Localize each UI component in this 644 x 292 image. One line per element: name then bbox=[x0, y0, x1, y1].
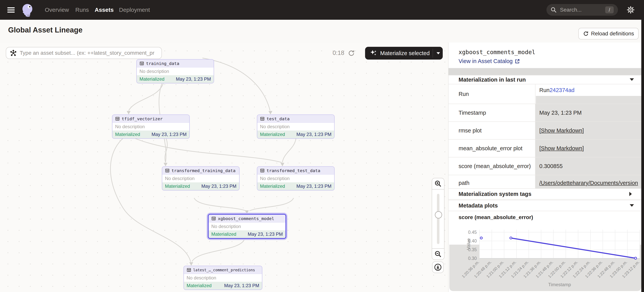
table-icon bbox=[260, 168, 265, 173]
section-materialization-in-last-run[interactable]: Materialization in last run bbox=[448, 75, 642, 84]
table-row-run: Run Run 242374ad bbox=[448, 84, 642, 104]
page-header: Global Asset Lineage Reload definitions bbox=[0, 20, 644, 43]
reload-definitions-button[interactable]: Reload definitions bbox=[578, 28, 638, 40]
row-label: mean_absolute_error plot bbox=[448, 140, 536, 157]
svg-text:Timestamp: Timestamp bbox=[548, 282, 571, 287]
asset-details-title: xgboost_comments_model bbox=[458, 49, 535, 56]
status-badge: Materialized bbox=[115, 132, 140, 137]
asset-description: No description bbox=[208, 223, 286, 230]
svg-text:0.30: 0.30 bbox=[468, 256, 477, 261]
download-graph-button[interactable] bbox=[432, 261, 444, 273]
table-row-timestamp: Timestamp May 23, 1:23 PM bbox=[448, 104, 642, 122]
table-icon bbox=[165, 168, 170, 173]
materialization-time: May 23, 1:23 PM bbox=[296, 183, 332, 189]
asset-node-test-data[interactable]: test_data No description MaterializedMay… bbox=[257, 115, 334, 139]
asset-name: training_data bbox=[146, 61, 179, 66]
table-icon bbox=[186, 268, 191, 272]
zoom-slider-track[interactable] bbox=[437, 194, 440, 244]
chevron-down-icon bbox=[630, 204, 634, 209]
materialize-selected-button[interactable]: Materialize selected bbox=[365, 47, 443, 60]
score-line-chart: 0.450.400.350.301:20:36 p.m.1:20:48 p.m.… bbox=[448, 222, 642, 292]
status-badge: Materialized bbox=[186, 283, 212, 288]
page-title: Global Asset Lineage bbox=[8, 26, 82, 34]
materialization-time: May 23, 1:23 PM bbox=[224, 283, 259, 288]
page-vertical-scrollbar[interactable] bbox=[641, 20, 644, 292]
zoom-in-button[interactable] bbox=[432, 178, 444, 189]
refresh-icon[interactable] bbox=[348, 50, 355, 57]
asset-description: No description bbox=[137, 68, 214, 75]
sparkles-icon bbox=[370, 49, 378, 57]
asset-node-transformed-test-data[interactable]: transformed_test_data No description Mat… bbox=[257, 166, 334, 190]
refresh-timer: 0:18 bbox=[332, 50, 344, 57]
materialization-time: May 23, 1:23 PM bbox=[296, 132, 332, 137]
show-markdown-link[interactable]: [Show Markdown] bbox=[539, 127, 584, 134]
section-metadata-plots[interactable]: Metadata plots bbox=[448, 200, 642, 211]
view-in-asset-catalog-link[interactable]: View in Asset Catalog bbox=[458, 58, 520, 64]
materialization-time: May 23, 1:23 PM bbox=[202, 183, 236, 189]
nav-item-runs[interactable]: Runs bbox=[75, 0, 89, 20]
materialize-selected-label: Materialize selected bbox=[380, 50, 430, 57]
metadata-table: Run Run 242374ad Timestamp May 23, 1:23 … bbox=[448, 84, 642, 191]
asset-name: latest_…_comment_predictions bbox=[193, 268, 255, 272]
zoom-out-button[interactable] bbox=[432, 248, 444, 259]
row-value: 0.300855 bbox=[536, 157, 642, 175]
status-badge: Materialized bbox=[260, 183, 285, 189]
asset-description: No description bbox=[257, 175, 334, 182]
asset-graph-icon bbox=[10, 50, 16, 56]
run-id-link[interactable]: 242374ad bbox=[550, 87, 574, 93]
asset-details-panel: xgboost_comments_model View in Asset Cat… bbox=[448, 43, 644, 292]
asset-name: transformed_training_data bbox=[172, 168, 236, 173]
materialization-time: May 23, 1:23 PM bbox=[152, 132, 186, 137]
refresh-icon bbox=[583, 31, 589, 37]
asset-node-tfidf-vectorizer[interactable]: tfidf_vectorizer No description Material… bbox=[112, 115, 190, 139]
asset-node-training-data[interactable]: training_data No description Materialize… bbox=[136, 59, 214, 83]
table-icon bbox=[211, 216, 216, 221]
nav-item-deployment[interactable]: Deployment bbox=[119, 0, 150, 20]
materialize-dropdown-caret[interactable] bbox=[436, 52, 440, 56]
row-value: May 23, 1:23 PM bbox=[536, 104, 642, 121]
hamburger-menu-icon[interactable] bbox=[7, 6, 15, 14]
dagster-logo-icon[interactable] bbox=[20, 2, 35, 18]
asset-subset-filter[interactable] bbox=[6, 47, 162, 59]
chevron-down-icon bbox=[630, 78, 634, 83]
row-label: rmse plot bbox=[448, 122, 536, 139]
panel-horizontal-scrollbar[interactable] bbox=[448, 68, 642, 75]
asset-subset-input[interactable] bbox=[19, 50, 159, 56]
nav-item-assets[interactable]: Assets bbox=[95, 0, 114, 20]
external-link-icon bbox=[514, 59, 520, 64]
row-label: score (mean_absolute_error) bbox=[448, 157, 536, 175]
row-label: Timestamp bbox=[448, 104, 536, 121]
row-label: Run bbox=[448, 84, 536, 104]
table-row-rmse-plot: rmse plot [Show Markdown] bbox=[448, 122, 642, 140]
table-icon bbox=[115, 116, 120, 121]
table-icon bbox=[260, 116, 265, 121]
asset-description: No description bbox=[257, 123, 334, 131]
asset-lineage-canvas[interactable]: training_data No description Materialize… bbox=[0, 43, 448, 292]
show-markdown-link[interactable]: [Show Markdown] bbox=[539, 145, 584, 152]
global-search[interactable]: / bbox=[546, 4, 618, 16]
zoom-controls bbox=[432, 178, 444, 260]
status-badge: Materialized bbox=[140, 76, 164, 82]
asset-name: transformed_test_data bbox=[266, 168, 320, 173]
gear-icon[interactable] bbox=[626, 6, 635, 14]
table-icon bbox=[140, 61, 144, 66]
section-materialization-system-tags[interactable]: Materialization system tags bbox=[448, 188, 642, 200]
search-icon bbox=[550, 7, 557, 13]
status-badge: Materialized bbox=[165, 183, 190, 189]
path-link[interactable]: /Users/odetteharary/Documents/version bbox=[539, 180, 638, 186]
search-shortcut-badge: / bbox=[605, 7, 614, 13]
materialization-time: May 23, 1:23 PM bbox=[248, 231, 283, 237]
row-value: [Show Markdown] bbox=[536, 140, 642, 157]
status-badge: Materialized bbox=[211, 231, 236, 237]
loading-skeleton bbox=[536, 96, 642, 104]
table-row-mae-plot: mean_absolute_error plot [Show Markdown] bbox=[448, 140, 642, 157]
table-row-score: score (mean_absolute_error) 0.300855 bbox=[448, 157, 642, 175]
nav-item-overview[interactable]: Overview bbox=[45, 0, 69, 20]
asset-node-latest-comment-predictions[interactable]: latest_…_comment_predictions No descript… bbox=[184, 266, 262, 290]
asset-name: tfidf_vectorizer bbox=[122, 116, 163, 121]
asset-node-transformed-training-data[interactable]: transformed_training_data No description… bbox=[162, 166, 240, 190]
asset-node-xgboost-comments-model[interactable]: xgboost_comments_model No description Ma… bbox=[208, 214, 286, 239]
zoom-slider-thumb[interactable] bbox=[435, 211, 442, 218]
search-input[interactable] bbox=[560, 7, 601, 13]
row-value: [Show Markdown] bbox=[536, 122, 642, 139]
